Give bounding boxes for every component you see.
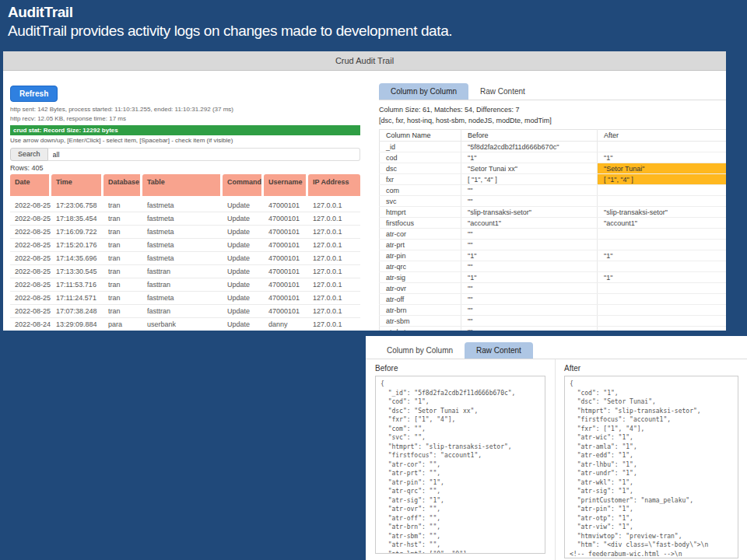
table-row[interactable]: 2022-08-2413:29:09.884parauserbankUpdate… <box>10 318 360 331</box>
cell: 2022-08-25 <box>10 278 51 292</box>
compare-after-value <box>598 294 727 305</box>
cell: tran <box>103 226 142 239</box>
cell: 127.0.0.1 <box>308 212 360 226</box>
json-line: "_id": "5f8d2fa2cdb2f11d666b670c", <box>381 389 540 398</box>
json-line: "atr-ovr": "", <box>381 505 540 514</box>
compare-after-value: "1" <box>598 272 727 283</box>
cell: 127.0.0.1 <box>308 265 360 278</box>
cell: 2022-08-25 <box>10 239 51 252</box>
json-line: "atr-otp": "1", <box>570 514 733 523</box>
cell: 17:16:09.722 <box>51 226 103 239</box>
compare-column-name: fxr <box>380 174 461 185</box>
compare-row: atr-prt"" <box>380 240 727 250</box>
slide-subtitle: AuditTrail provides activity logs on cha… <box>8 23 452 40</box>
table-row[interactable]: 2022-08-2517:23:06.758tranfastmetaUpdate… <box>10 199 360 212</box>
compare-header-row: Column NameBeforeAfter <box>380 130 727 142</box>
raw-tabs: Column by ColumnRaw Content <box>366 342 747 359</box>
cell: 2022-08-25 <box>10 226 51 239</box>
compare-table: Column NameBeforeAfter _id"5f8d2fa2cdb2f… <box>379 129 726 331</box>
after-json-box[interactable]: { "cod": "1", "dsc": "Setor Tunai", "htm… <box>564 376 738 558</box>
json-line: "atr-wkl": "1", <box>570 478 733 488</box>
json-line: "fxr": ["1", "4"], <box>570 425 733 434</box>
cell: para <box>103 318 142 331</box>
search-row: Search <box>10 148 360 161</box>
keyboard-hint: Use arrow down/up, [Enter/Click] - selec… <box>10 137 360 145</box>
table-row[interactable]: 2022-08-2517:14:35.696tranfastmetaUpdate… <box>10 252 360 265</box>
compare-before-value: "" <box>461 305 598 316</box>
crud-audit-trail-window: Crud Audit Trail Refresh http sent: 142 … <box>3 51 726 331</box>
cell: tran <box>103 292 142 305</box>
cell: tran <box>103 239 142 252</box>
cell: Update <box>223 239 264 252</box>
cell: 127.0.0.1 <box>308 252 360 265</box>
compare-column-name: firstfocus <box>380 218 461 229</box>
compare-before-value: "" <box>461 185 598 196</box>
compare-row: com"" <box>380 185 727 196</box>
compare-after-value <box>598 185 727 196</box>
search-button[interactable]: Search <box>10 148 48 161</box>
compare-column-name: svc <box>380 196 461 207</box>
cell: Update <box>223 318 264 331</box>
compare-after-value: "slip-transaksi-setor" <box>598 207 727 218</box>
compare-summary: Column Size: 61, Matches: 54, Difference… <box>379 106 726 114</box>
tab-column-by-column[interactable]: Column by Column <box>379 83 468 100</box>
tab-raw-content[interactable]: Raw Content <box>465 342 533 359</box>
after-label: After <box>564 364 738 373</box>
cell: Update <box>223 199 264 212</box>
cell: 127.0.0.1 <box>308 239 360 252</box>
compare-row: atr-qrc"" <box>380 261 727 272</box>
cell: 13:29:09.884 <box>51 318 103 331</box>
cell: 127.0.0.1 <box>308 226 360 239</box>
compare-row: atr-ovr"" <box>380 283 727 294</box>
audit-table: DateTimeDatabaseTableCommandUsernameIP A… <box>10 174 360 331</box>
audit-header-row: DateTimeDatabaseTableCommandUsernameIP A… <box>10 174 360 199</box>
compare-before-value: "" <box>461 240 598 250</box>
audit-col-header-database: Database <box>103 174 142 199</box>
json-line: "htm": "<div class=\"fast-body\">\n <box>570 541 733 550</box>
compare-before-value: "account1" <box>461 218 598 229</box>
compare-before-value: "1" <box>461 250 598 261</box>
before-json-box[interactable]: { "_id": "5f8d2fa2cdb2f11d666b670c", "co… <box>375 376 545 554</box>
json-line: "atr-edd": "1", <box>570 451 733 460</box>
compare-before-value: "" <box>461 327 598 331</box>
json-line: "dsc": "Setor Tunai", <box>570 397 733 407</box>
compare-before-value: "1" <box>461 152 598 163</box>
before-label: Before <box>375 364 545 373</box>
json-line: "atr-viw": "1", <box>570 523 733 532</box>
cell: 2022-08-25 <box>10 305 51 318</box>
compare-before-value: "" <box>461 283 598 294</box>
compare-after-value <box>598 229 727 240</box>
compare-before-value: "" <box>461 229 598 240</box>
cell: tran <box>103 212 142 226</box>
refresh-button[interactable]: Refresh <box>10 86 58 102</box>
compare-column-name: atr-pin <box>380 250 461 261</box>
compare-before-value: "" <box>461 294 598 305</box>
table-row[interactable]: 2022-08-2517:07:38.248tranfasttranUpdate… <box>10 305 360 318</box>
tab-column-by-column[interactable]: Column by Column <box>375 342 465 359</box>
cell: 47000101 <box>264 252 308 265</box>
table-row[interactable]: 2022-08-2517:13:30.545tranfasttranUpdate… <box>10 265 360 278</box>
compare-row: svc"" <box>380 196 727 207</box>
cell: 17:11:53.716 <box>51 278 103 292</box>
table-row[interactable]: 2022-08-2517:11:24.571tranfastmetaUpdate… <box>10 292 360 305</box>
cell: Update <box>223 226 264 239</box>
tab-raw-content[interactable]: Raw Content <box>468 83 537 100</box>
cell: tran <box>103 199 142 212</box>
table-row[interactable]: 2022-08-2517:11:53.716tranfasttranUpdate… <box>10 278 360 292</box>
json-line: "cod": "1", <box>570 389 733 398</box>
cell: fastmeta <box>142 226 223 239</box>
cell: Update <box>223 305 264 318</box>
json-line: "atr-cor": "", <box>381 460 540 470</box>
compare-column-name: htmprt <box>380 207 461 218</box>
search-input[interactable] <box>48 148 360 161</box>
compare-row: htmprt"slip-transaksi-setor""slip-transa… <box>380 207 727 218</box>
table-row[interactable]: 2022-08-2517:18:35.454tranfastmetaUpdate… <box>10 212 360 226</box>
compare-row: atr-sbm"" <box>380 316 727 327</box>
compare-row: cod"1""1" <box>380 152 727 163</box>
cell: 2022-08-24 <box>10 318 51 331</box>
table-row[interactable]: 2022-08-2517:16:09.722tranfastmetaUpdate… <box>10 226 360 239</box>
diff-fields-list: [dsc, fxr, host-inq, host-sbm, nodeJS, m… <box>379 117 726 125</box>
json-line: "firstfocus": "account1", <box>570 415 733 425</box>
table-row[interactable]: 2022-08-2517:15:20.176tranfastmetaUpdate… <box>10 239 360 252</box>
compare-after-value: "1" <box>598 152 727 163</box>
